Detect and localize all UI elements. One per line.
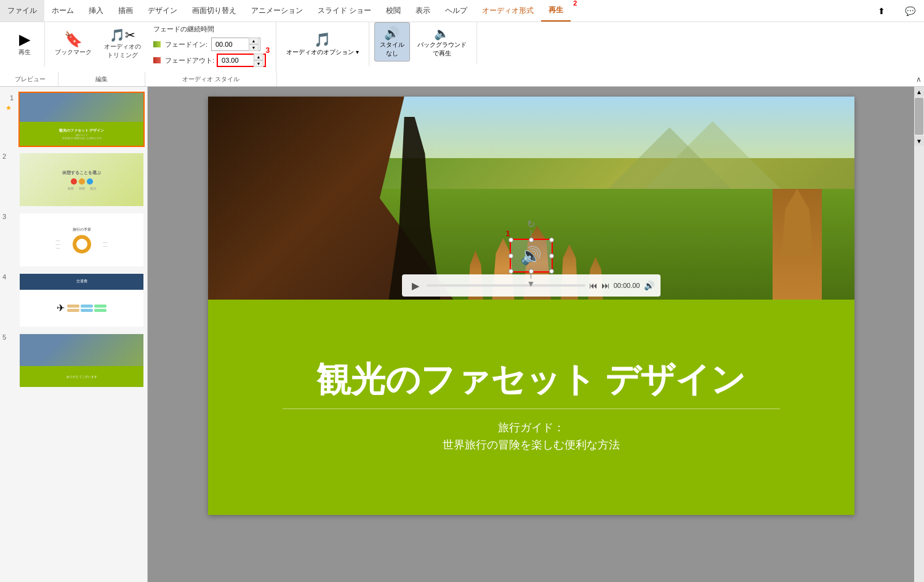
audio-rewind-button[interactable]: ⏮ [589, 281, 598, 290]
menu-help[interactable]: ヘルプ [438, 0, 475, 22]
fade-in-text: フェードイン: [165, 40, 207, 49]
comment-button[interactable]: 💬 [896, 0, 924, 22]
edit-group: 🔖 ブックマーク 🎵✂ オーディオの トリミング フェードの継続時間 フェードイ [45, 22, 276, 72]
share-button[interactable]: ⬆ [867, 0, 896, 22]
scroll-up-button[interactable]: ▲ [914, 87, 924, 97]
rotate-icon: ↻ [527, 219, 535, 229]
play-icon: ▶ [19, 32, 30, 47]
fade-in-input[interactable] [215, 41, 246, 48]
slide-5-meta: 5 [2, 333, 15, 341]
fade-out-up[interactable]: ▲ [254, 54, 263, 60]
scroll-thumb[interactable] [915, 98, 923, 135]
menu-slideshow[interactable]: スライド ショー [310, 0, 379, 22]
style-group: 🔊 スタイル なし 🔈 バックグラウンド で再生 [369, 22, 477, 64]
slide-3-donut [73, 235, 91, 253]
play-preview-button[interactable]: ▶ 再生 [10, 25, 39, 64]
handle-bl[interactable] [508, 269, 513, 274]
preview-group: ▶ 再生 [5, 22, 45, 66]
slide-item-3[interactable]: 3 旅行の予算 ────── ──── [2, 212, 145, 268]
slide-2-thumb[interactable]: 休憩することを選ぶ 旅愁 休憩 宿泊 [18, 152, 145, 207]
bookmark-icon: 🔖 [64, 32, 82, 47]
bookmark-label: ブックマーク [55, 48, 92, 57]
circle-blue [87, 178, 93, 185]
ribbon-collapse-button[interactable]: ∧ [916, 75, 922, 84]
slide-4-pills [67, 305, 106, 312]
handle-mr[interactable] [549, 253, 554, 258]
menu-playback[interactable]: 再生 2 [541, 0, 571, 22]
menu-file[interactable]: ファイル [0, 0, 44, 22]
title-bar: ファイル ホーム 挿入 描画 デザイン 画面切り替え アニメーション スライド … [0, 0, 924, 22]
slide-5-number: 5 [2, 331, 6, 341]
handle-br[interactable] [549, 269, 554, 274]
fade-out-spinners[interactable]: ▲ ▼ [254, 54, 263, 67]
fade-in-up[interactable]: ▲ [249, 38, 259, 44]
badge-3: 3 [265, 46, 270, 55]
audio-options-button[interactable]: 🎵 オーディオのオプション ▾ [281, 25, 364, 64]
audio-progress-bar[interactable] [427, 284, 585, 287]
slide-main-title: 観光のファセット デザイン [316, 361, 746, 399]
label-stay: 宿泊 [90, 186, 96, 190]
fade-out-input[interactable] [222, 57, 252, 64]
pill5 [81, 309, 93, 312]
fade-in-spinners[interactable]: ▲ ▼ [249, 38, 259, 51]
audio-icon-container[interactable]: ↻ 1 🔊 [510, 218, 553, 289]
slide-2-circles [71, 178, 93, 185]
fade-in-down[interactable]: ▼ [249, 44, 259, 51]
audio-play-button[interactable]: ▶ [408, 278, 423, 293]
circle-orange [79, 178, 85, 185]
trim-button[interactable]: 🎵✂ オーディオの トリミング [99, 25, 146, 64]
audio-volume-button[interactable]: 🔊 [644, 281, 654, 290]
slide-item-2[interactable]: 2 休憩することを選ぶ 旅愁 休憩 宿泊 [2, 152, 145, 207]
menu-audio-format[interactable]: オーディオ形式 [475, 0, 541, 22]
audio-forward-button[interactable]: ⏭ [601, 281, 610, 290]
background-play-button[interactable]: 🔈 バックグラウンド で再生 [412, 22, 472, 62]
fade-out-down[interactable]: ▼ [254, 60, 263, 67]
menu-home[interactable]: ホーム [44, 0, 81, 22]
handle-tr[interactable] [549, 237, 554, 242]
slide-4-pills-row2 [67, 309, 106, 312]
title-bar-right: ⬆ 💬 [867, 0, 924, 22]
menu-design[interactable]: デザイン [140, 0, 185, 22]
slide-5-label: ありがとうございます [66, 375, 97, 378]
menu-review[interactable]: 校閲 [379, 0, 408, 22]
handle-tm[interactable] [529, 237, 534, 242]
rotate-handle[interactable]: ↻ [510, 218, 553, 236]
menu-bar: ファイル ホーム 挿入 描画 デザイン 画面切り替え アニメーション スライド … [0, 0, 571, 22]
menu-draw[interactable]: 描画 [111, 0, 140, 22]
no-style-button[interactable]: 🔊 スタイル なし [374, 22, 410, 62]
slide-item-4[interactable]: 4 交通費 ✈ [2, 273, 145, 328]
handle-bm[interactable] [529, 269, 534, 274]
slide-3-thumb[interactable]: 旅行の予算 ────── ──── [18, 212, 145, 268]
slide-4-thumb[interactable]: 交通費 ✈ [18, 273, 145, 328]
slide-1-thumb-sub2: 世界旅行の冒険を楽しむ便利な方法 [62, 137, 102, 140]
slide-2-thumb-content: 休憩することを選ぶ 旅愁 休憩 宿泊 [20, 153, 143, 206]
subtitle-line2: 世界旅行の冒険を楽しむ便利な方法 [443, 439, 620, 451]
menu-transition[interactable]: 画面切り替え [185, 0, 244, 22]
handle-tl[interactable] [508, 237, 513, 242]
fade-in-label: フェードイン: [153, 40, 209, 49]
slide-subtitle: 旅行ガイド： 世界旅行の冒険を楽しむ便利な方法 [443, 419, 620, 455]
menu-insert[interactable]: 挿入 [81, 0, 111, 22]
slide-4-meta: 4 [2, 273, 15, 281]
slide-5-thumb[interactable]: ありがとうございます [18, 333, 145, 388]
badge-2: 2 [573, 0, 577, 7]
slide-1-thumb[interactable]: 観光のファセット デザイン 旅行ガイド 世界旅行の冒険を楽しむ便利な方法 [18, 92, 145, 147]
bookmark-button[interactable]: 🔖 ブックマーク [50, 25, 97, 64]
slide-item-1[interactable]: 1 ★ 観光のファセット デザイン 旅行ガイド 世界旅行の冒険を楽しむ便利な方法 [2, 92, 145, 147]
slide-5-thumb-content: ありがとうございます [20, 334, 143, 387]
fade-in-input-wrapper: ▲ ▼ [211, 38, 260, 51]
handle-ml[interactable] [508, 253, 513, 258]
menu-animation[interactable]: アニメーション [244, 0, 310, 22]
slide-item-5[interactable]: 5 ありがとうございます [2, 333, 145, 388]
pill3 [94, 305, 106, 308]
pill1 [67, 305, 79, 308]
circle-red [71, 178, 77, 185]
fade-duration-section: フェードの継続時間 フェードイン: ▲ ▼ [148, 25, 271, 70]
tab-label-preview: プレビュー [2, 72, 58, 86]
trim-icon: 🎵✂ [110, 29, 135, 41]
scroll-down-button[interactable]: ▼ [914, 136, 924, 146]
style-items: 🔊 スタイル なし 🔈 バックグラウンド で再生 [374, 22, 472, 62]
menu-view[interactable]: 表示 [408, 0, 438, 22]
main-slide: ↻ 1 🔊 [208, 97, 854, 515]
slide-1-thumb-content: 観光のファセット デザイン 旅行ガイド 世界旅行の冒険を楽しむ便利な方法 [20, 93, 143, 146]
